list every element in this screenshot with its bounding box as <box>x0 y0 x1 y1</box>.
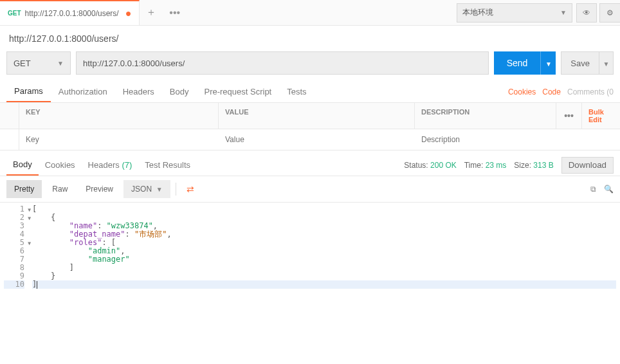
tab-authorization[interactable]: Authorization <box>51 81 115 102</box>
environment-select[interactable]: 本地环境 ▼ <box>457 3 572 23</box>
send-button-group: Send ▼ <box>494 51 556 75</box>
wrap-lines-button[interactable]: ⇄ <box>181 184 199 194</box>
request-tabs-right: Cookies Code Comments (0 <box>508 87 614 96</box>
response-code-area[interactable]: 1▼ 2▼ 3 4 5▼ 6 7 8 9 10 [ { "name": "wzw… <box>0 203 620 291</box>
http-method-select[interactable]: GET ▼ <box>6 51 71 75</box>
params-row <box>0 129 620 150</box>
request-url-display: http://127.0.0.1:8000/users/ <box>0 26 620 48</box>
view-bar-right: ⧉ 🔍 <box>590 185 614 194</box>
fold-icon[interactable]: ▼ <box>28 214 31 223</box>
request-builder-row: GET ▼ Send ▼ Save ▼ <box>0 48 620 81</box>
eye-icon: 👁 <box>583 8 590 17</box>
comments-link[interactable]: Comments (0 <box>567 87 614 96</box>
send-options-button[interactable]: ▼ <box>540 51 556 75</box>
tab-method-label: GET <box>8 10 21 17</box>
tab-menu-button[interactable]: ••• <box>163 0 187 25</box>
format-value: JSON <box>131 185 152 194</box>
param-value-input[interactable] <box>219 129 415 150</box>
fold-icon[interactable]: ▼ <box>28 239 31 248</box>
response-view-bar: Pretty Raw Preview JSON ▼ ⇄ ⧉ 🔍 <box>0 176 620 203</box>
code-link[interactable]: Code <box>542 87 561 96</box>
save-options-button[interactable]: ▼ <box>599 51 614 75</box>
params-table-header: KEY VALUE DESCRIPTION ••• Bulk Edit <box>0 103 620 129</box>
save-button[interactable]: Save <box>561 51 599 75</box>
url-input[interactable] <box>76 51 489 75</box>
search-icon[interactable]: 🔍 <box>604 185 614 194</box>
response-headers-label: Headers <box>88 160 120 170</box>
status-label: Status: <box>404 161 428 170</box>
request-section-tabs: Params Authorization Headers Body Pre-re… <box>0 81 620 103</box>
raw-view-button[interactable]: Raw <box>44 180 75 198</box>
params-value-header: VALUE <box>219 103 415 129</box>
status-value: 200 OK <box>430 161 457 170</box>
http-method-value: GET <box>14 59 31 68</box>
download-button[interactable]: Download <box>561 157 614 174</box>
caret-down-icon: ▼ <box>603 60 610 68</box>
params-desc-header: DESCRIPTION <box>415 103 556 129</box>
new-tab-button[interactable]: ＋ <box>140 0 163 25</box>
param-desc-input[interactable] <box>415 129 620 150</box>
tab-body[interactable]: Body <box>162 81 197 102</box>
environment-label: 本地环境 <box>462 7 493 18</box>
response-tab-headers[interactable]: Headers (7) <box>82 154 139 176</box>
caret-down-icon: ▼ <box>545 60 552 68</box>
format-select[interactable]: JSON ▼ <box>123 180 170 198</box>
environment-quick-look-button[interactable]: 👁 <box>576 3 597 23</box>
param-key-input[interactable] <box>19 129 219 150</box>
send-button[interactable]: Send <box>494 51 541 75</box>
caret-down-icon: ▼ <box>156 186 163 193</box>
settings-button[interactable]: ⚙ <box>599 3 620 23</box>
caret-down-icon: ▼ <box>57 60 64 67</box>
response-body-code: [ { "name": "wzw33874", "depat_name": "市… <box>28 203 620 291</box>
tab-title: http://127.0.0.1:8000/users/ <box>25 9 119 18</box>
pretty-view-button[interactable]: Pretty <box>6 180 42 198</box>
line-gutter: 1▼ 2▼ 3 4 5▼ 6 7 8 9 10 <box>0 203 28 291</box>
tab-tests[interactable]: Tests <box>279 81 314 102</box>
size-value: 313 B <box>533 161 553 170</box>
preview-view-button[interactable]: Preview <box>78 180 121 198</box>
tab-prerequest[interactable]: Pre-request Script <box>196 81 279 102</box>
params-key-header: KEY <box>19 103 219 129</box>
tab-headers[interactable]: Headers <box>115 81 162 102</box>
copy-icon[interactable]: ⧉ <box>590 185 596 194</box>
fold-icon[interactable]: ▼ <box>28 206 31 214</box>
response-headers-count: (7) <box>122 160 132 170</box>
response-tab-body[interactable]: Body <box>6 154 39 176</box>
response-status-bar: Status: 200 OK Time: 23 ms Size: 313 B D… <box>404 157 614 174</box>
time-label: Time: <box>464 161 484 170</box>
bulk-edit-link[interactable]: Bulk Edit <box>588 108 614 123</box>
save-button-group: Save ▼ <box>561 51 614 75</box>
tab-strip: GET http://127.0.0.1:8000/users/ ● ＋ ••• <box>0 0 457 25</box>
cookies-link[interactable]: Cookies <box>508 87 536 96</box>
response-tab-tests[interactable]: Test Results <box>138 154 197 176</box>
caret-down-icon: ▼ <box>560 9 567 16</box>
top-bar: GET http://127.0.0.1:8000/users/ ● ＋ •••… <box>0 0 620 26</box>
time-value: 23 ms <box>486 161 507 170</box>
size-label: Size: <box>514 161 531 170</box>
response-tabs: Body Cookies Headers (7) Test Results St… <box>0 154 620 176</box>
request-tab[interactable]: GET http://127.0.0.1:8000/users/ ● <box>0 0 140 25</box>
tab-params[interactable]: Params <box>6 81 51 102</box>
params-more-button[interactable]: ••• <box>556 103 581 129</box>
response-tab-cookies[interactable]: Cookies <box>39 154 82 176</box>
gear-icon: ⚙ <box>606 8 614 17</box>
tab-dirty-indicator: ● <box>125 8 132 19</box>
